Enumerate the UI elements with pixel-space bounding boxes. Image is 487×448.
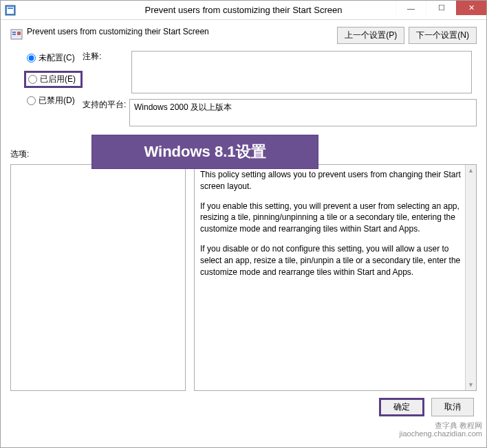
help-scrollbar[interactable]: ▲ ▼: [465, 165, 476, 390]
next-setting-button[interactable]: 下一个设置(N): [409, 27, 477, 44]
radio-disabled[interactable]: 已禁用(D): [24, 93, 83, 108]
ok-button[interactable]: 确定: [379, 398, 424, 416]
help-panel: This policy setting allows you to preven…: [194, 164, 477, 391]
radio-enabled-input[interactable]: [28, 75, 37, 84]
svg-rect-5: [12, 34, 16, 35]
radio-enabled[interactable]: 已启用(E): [24, 71, 83, 88]
svg-rect-2: [8, 8, 13, 9]
help-text: This policy setting allows you to preven…: [195, 165, 476, 390]
radio-not-configured[interactable]: 未配置(C): [24, 51, 83, 65]
platform-textbox: Windows 2000 及以上版本: [129, 99, 477, 126]
radio-not-configured-input[interactable]: [27, 54, 36, 63]
minimize-button[interactable]: —: [396, 1, 426, 15]
scroll-down-icon[interactable]: ▼: [466, 379, 476, 390]
policy-icon: [10, 28, 23, 41]
close-button[interactable]: ✕: [456, 1, 486, 15]
scroll-up-icon[interactable]: ▲: [466, 165, 476, 176]
titlebar: Prevent users from customizing their Sta…: [1, 1, 486, 20]
comment-label: 注释:: [83, 51, 129, 63]
app-icon: [5, 5, 16, 16]
svg-rect-4: [12, 32, 16, 33]
cancel-button[interactable]: 取消: [431, 398, 474, 416]
annotation-banner: Windows 8.1设置: [91, 135, 318, 169]
window-controls: — ☐ ✕: [396, 1, 486, 19]
svg-rect-6: [17, 32, 21, 35]
state-radio-group: 未配置(C) 已启用(E) 已禁用(D): [10, 51, 83, 126]
maximize-button[interactable]: ☐: [426, 1, 456, 15]
platform-label: 支持的平台:: [83, 99, 129, 111]
prev-setting-button[interactable]: 上一个设置(P): [337, 27, 404, 44]
options-panel: [10, 164, 186, 391]
policy-name: Prevent users from customizing their Sta…: [27, 27, 337, 36]
radio-disabled-input[interactable]: [27, 96, 36, 105]
comment-textarea[interactable]: [131, 51, 472, 93]
